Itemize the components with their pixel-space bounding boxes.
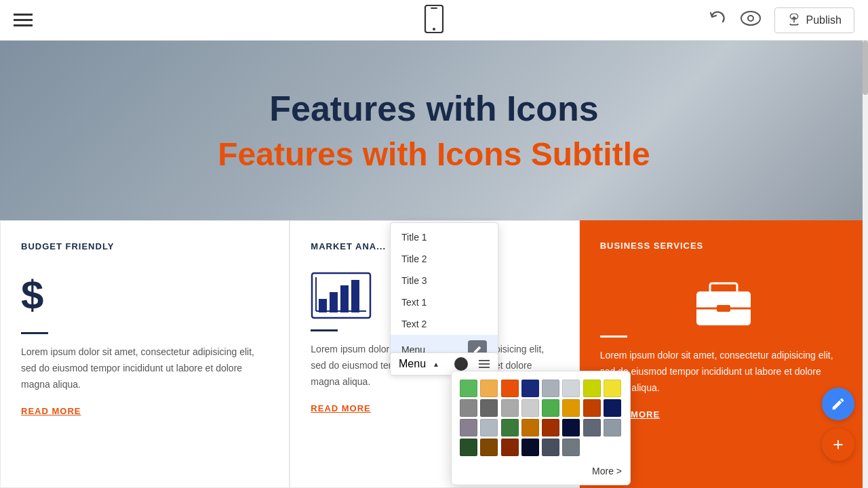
color-cell[interactable]	[521, 380, 539, 397]
main-content: Features with Icons Features with Icons …	[0, 41, 868, 488]
svg-rect-8	[330, 292, 338, 312]
scrollbar-thumb[interactable]	[863, 41, 868, 95]
color-cell[interactable]	[562, 399, 580, 417]
dropdown-item-title2[interactable]: Title 2	[391, 248, 498, 270]
color-cell[interactable]	[562, 419, 580, 436]
read-more-budget[interactable]: READ MORE	[21, 406, 81, 416]
svg-rect-10	[351, 280, 359, 312]
publish-label: Publish	[806, 14, 842, 26]
color-cell[interactable]	[501, 439, 519, 456]
more-colors-button[interactable]: More >	[592, 466, 622, 476]
menu-bar-circle	[454, 357, 468, 371]
color-cell[interactable]	[501, 380, 519, 397]
color-cell[interactable]	[460, 419, 477, 436]
card-text-business: Lorem ipsum dolor sit amet, consectetur …	[600, 348, 848, 396]
scrollbar[interactable]	[863, 41, 868, 488]
publish-button[interactable]: Publish	[774, 7, 854, 33]
color-cell[interactable]	[583, 399, 601, 417]
color-cell[interactable]	[542, 419, 559, 436]
color-cell[interactable]	[604, 380, 621, 397]
read-more-market[interactable]: READ MORE	[311, 403, 370, 413]
fab-edit-button[interactable]	[822, 388, 854, 420]
budget-friendly-card: BUDGET FRIENDLY $ Lorem ipsum dolor sit …	[0, 220, 290, 488]
briefcase-icon	[600, 271, 848, 325]
color-cell[interactable]	[501, 419, 519, 436]
color-cell[interactable]	[562, 380, 580, 397]
dropdown-item-title3[interactable]: Title 3	[391, 270, 498, 291]
card-title-business: BUSINESS SERVICES	[600, 241, 848, 251]
card-divider-business	[600, 336, 627, 338]
dropdown-item-text2[interactable]: Text 2	[391, 313, 498, 335]
undo-icon[interactable]	[708, 9, 727, 32]
color-grid	[460, 380, 622, 456]
topbar-center	[423, 4, 445, 37]
menu-bar-lines-icon	[479, 360, 490, 368]
card-title-budget: BUDGET FRIENDLY	[21, 241, 269, 251]
fab-add-button[interactable]	[822, 428, 854, 461]
card-divider-market	[311, 329, 338, 331]
topbar-right: Publish	[708, 7, 854, 33]
color-cell[interactable]	[521, 419, 539, 436]
card-divider	[21, 332, 48, 334]
svg-point-4	[748, 16, 753, 21]
hero-background	[0, 41, 868, 220]
color-cell[interactable]	[501, 399, 519, 417]
svg-rect-9	[340, 285, 349, 312]
mobile-preview-icon[interactable]	[423, 4, 445, 37]
color-cell[interactable]	[480, 419, 498, 436]
color-cell[interactable]	[480, 399, 498, 417]
preview-eye-icon[interactable]	[741, 11, 761, 30]
hamburger-menu-icon[interactable]	[14, 14, 33, 26]
hero-title: Features with Icons	[269, 88, 598, 129]
hero-section: Features with Icons Features with Icons …	[0, 41, 868, 220]
menu-bar-chevron-icon: ▲	[433, 361, 439, 368]
dollar-icon: $	[21, 272, 269, 319]
dropdown-item-title1[interactable]: Title 1	[391, 226, 498, 248]
svg-point-1	[433, 28, 435, 30]
dropdown-menu: Title 1 Title 2 Title 3 Text 1 Text 2 Me…	[390, 222, 498, 369]
menu-bar-label: Menu	[399, 358, 426, 370]
color-cell[interactable]	[542, 399, 559, 417]
topbar: Publish	[0, 0, 868, 41]
color-cell[interactable]	[521, 439, 539, 456]
color-cell[interactable]	[460, 380, 477, 397]
color-cell[interactable]	[583, 419, 601, 436]
card-text-budget: Lorem ipsum dolor sit amet, consectetur …	[21, 344, 269, 392]
color-cell[interactable]	[480, 380, 498, 397]
dropdown-item-text1[interactable]: Text 1	[391, 291, 498, 313]
color-cell[interactable]	[562, 439, 580, 456]
color-cell[interactable]	[604, 419, 621, 436]
chart-icon	[311, 272, 372, 319]
svg-point-3	[741, 12, 760, 25]
color-cell[interactable]	[521, 399, 539, 417]
color-picker: More >	[451, 371, 631, 485]
color-cell[interactable]	[542, 380, 559, 397]
color-cell[interactable]	[460, 439, 477, 456]
topbar-left	[14, 14, 33, 26]
color-cell[interactable]	[460, 399, 477, 417]
more-colors-area: More >	[460, 463, 622, 476]
hero-subtitle: Features with Icons Subtitle	[218, 136, 650, 173]
color-cell[interactable]	[583, 380, 601, 397]
color-cell[interactable]	[480, 439, 498, 456]
color-cell[interactable]	[604, 399, 621, 417]
color-cell[interactable]	[542, 439, 559, 456]
